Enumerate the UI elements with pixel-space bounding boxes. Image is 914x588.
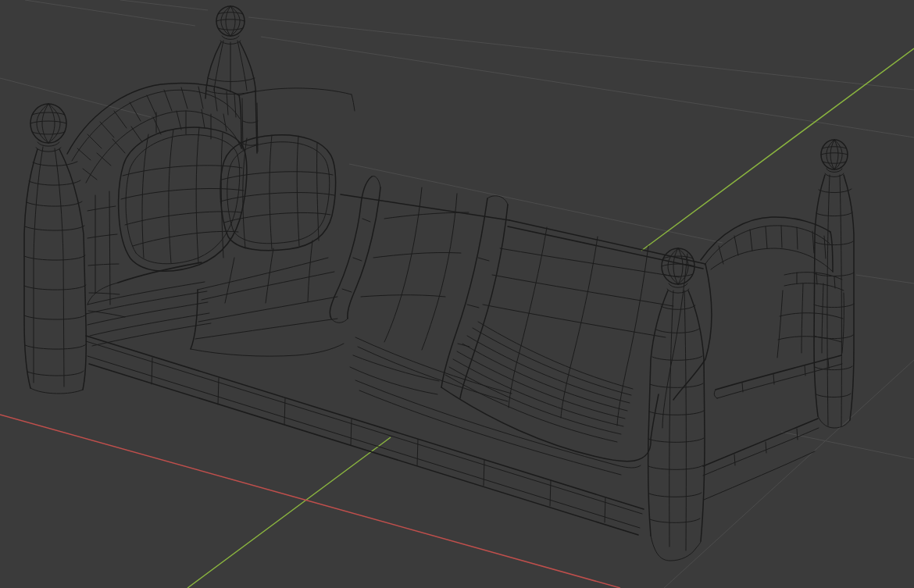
3d-viewport[interactable]: [0, 0, 914, 588]
viewport-canvas: [0, 0, 914, 588]
